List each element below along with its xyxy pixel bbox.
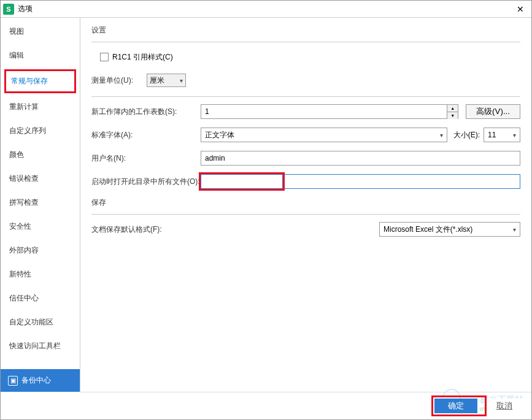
format-value: Microsoft Excel 文件(*.xlsx) bbox=[384, 224, 472, 235]
sidebar-item-recalc[interactable]: 重新计算 bbox=[4, 97, 76, 117]
size-label: 大小(E): bbox=[453, 130, 480, 140]
sidebar-item-quick-access[interactable]: 快速访问工具栏 bbox=[4, 336, 76, 356]
sidebar-item-external[interactable]: 外部内容 bbox=[4, 240, 76, 261]
divider bbox=[91, 96, 520, 97]
titlebar: S 选项 ✕ bbox=[1, 1, 531, 18]
divider bbox=[91, 42, 520, 42]
sidebar-item-spell-check[interactable]: 拼写检查 bbox=[4, 193, 76, 213]
close-button[interactable]: ✕ bbox=[512, 1, 529, 18]
sidebar-item-view[interactable]: 视图 bbox=[4, 21, 76, 42]
spinner-up[interactable]: ▲ bbox=[447, 105, 458, 112]
cancel-button[interactable]: 取消 bbox=[487, 399, 522, 413]
sidebar-item-general-save[interactable]: 常规与保存 bbox=[4, 69, 76, 93]
main-panel: 设置 R1C1 引用样式(C) 测量单位(U): 厘米 新工作簿内的工作表数(S… bbox=[80, 18, 531, 392]
sheets-input[interactable] bbox=[201, 105, 447, 118]
sidebar-item-error-check[interactable]: 错误检查 bbox=[4, 169, 76, 189]
font-label: 标准字体(A): bbox=[91, 130, 201, 140]
startup-path-input-highlight[interactable] bbox=[201, 174, 283, 189]
sidebar-item-trust-center[interactable]: 信任中心 bbox=[4, 288, 76, 308]
backup-label: 备份中心 bbox=[21, 375, 51, 386]
sidebar-item-customize-ribbon[interactable]: 自定义功能区 bbox=[4, 312, 76, 332]
username-input[interactable] bbox=[201, 151, 520, 166]
size-select[interactable]: 11 bbox=[484, 128, 520, 142]
font-select[interactable]: 正文字体 bbox=[201, 128, 447, 142]
settings-section-title: 设置 bbox=[91, 25, 520, 36]
unit-label: 测量单位(U): bbox=[91, 75, 147, 86]
backup-center-button[interactable]: ▣ 备份中心 bbox=[1, 369, 80, 392]
app-icon: S bbox=[3, 4, 14, 15]
sidebar: 视图 编辑 常规与保存 重新计算 自定义序列 颜色 错误检查 拼写检查 安全性 … bbox=[1, 18, 80, 392]
ok-button[interactable]: 确定 bbox=[434, 399, 477, 413]
backup-icon: ▣ bbox=[8, 376, 18, 386]
sheets-label: 新工作簿内的工作表数(S): bbox=[91, 107, 201, 117]
format-label: 文档保存默认格式(F): bbox=[91, 224, 201, 235]
size-value: 11 bbox=[488, 131, 496, 139]
r1c1-label: R1C1 引用样式(C) bbox=[112, 52, 173, 63]
sidebar-item-security[interactable]: 安全性 bbox=[4, 216, 76, 237]
sidebar-item-edit[interactable]: 编辑 bbox=[4, 45, 76, 66]
sidebar-item-new-features[interactable]: 新特性 bbox=[4, 264, 76, 284]
footer: 极光下载站 www.xz7.com 确定 取消 bbox=[80, 392, 531, 419]
divider bbox=[91, 214, 520, 215]
username-label: 用户名(N): bbox=[91, 153, 201, 164]
sidebar-item-color[interactable]: 颜色 bbox=[4, 145, 76, 165]
format-select[interactable]: Microsoft Excel 文件(*.xlsx) bbox=[379, 222, 520, 237]
sheets-spinner[interactable]: ▲ ▼ bbox=[201, 104, 458, 119]
unit-select[interactable]: 厘米 bbox=[147, 74, 186, 87]
spinner-down[interactable]: ▼ bbox=[447, 112, 458, 119]
r1c1-checkbox[interactable] bbox=[100, 53, 109, 61]
window-title: 选项 bbox=[18, 4, 512, 14]
sidebar-item-custom-list[interactable]: 自定义序列 bbox=[4, 121, 76, 141]
font-value: 正文字体 bbox=[205, 130, 234, 140]
save-section-title: 保存 bbox=[91, 197, 520, 208]
startup-path-label: 启动时打开此目录中所有文件(O): bbox=[91, 177, 201, 187]
unit-value: 厘米 bbox=[150, 75, 164, 86]
advanced-button[interactable]: 高级(V)... bbox=[466, 104, 520, 119]
